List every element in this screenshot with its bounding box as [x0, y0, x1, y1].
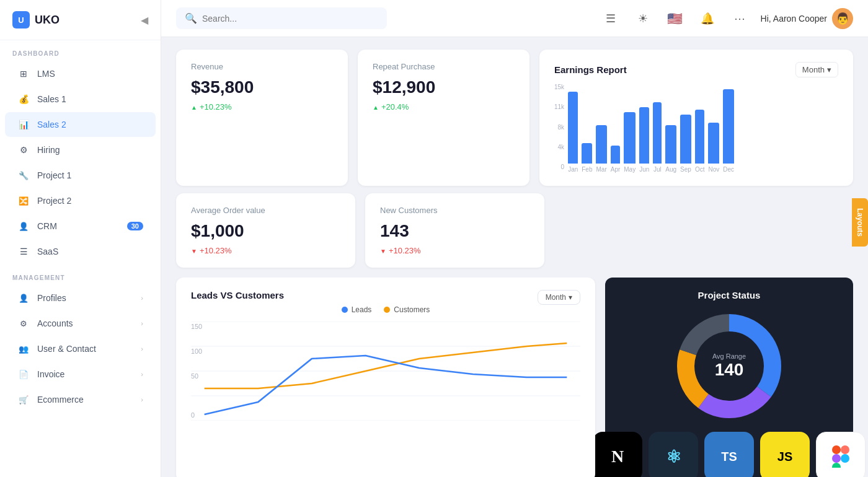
- project2-icon: [17, 195, 30, 207]
- sidebar-item-usercontact[interactable]: User & Contact ›: [5, 336, 156, 361]
- leads-chart-title: Leads VS Customers: [191, 290, 580, 300]
- management-section-label: MANAGEMENT: [0, 265, 161, 285]
- sidebar-item-sales2[interactable]: Sales 2: [5, 112, 156, 137]
- sidebar-item-invoice[interactable]: Invoice ›: [5, 362, 156, 387]
- avg-order-arrow: [191, 246, 197, 255]
- apps-grid-button[interactable]: ⋯: [728, 7, 751, 30]
- search-bar[interactable]: 🔍: [176, 7, 387, 29]
- main-content: 🔍 ☰ ☀ 🇺🇸 🔔 ⋯ Hi, Aaron Cooper 👨 Revenue …: [161, 0, 868, 477]
- sidebar-item-project1[interactable]: Project 1: [5, 163, 156, 188]
- sidebar-item-hiring[interactable]: Hiring: [5, 138, 156, 162]
- sidebar-item-profiles[interactable]: Profiles ›: [5, 286, 156, 310]
- earnings-chart: 15k 11k 8k 4k 0 JanFebMarAprMayJunJulAug…: [554, 84, 838, 173]
- top-section: Revenue $35,800 +10.23% Repeat Purchase …: [161, 37, 868, 186]
- bar-aug: [665, 125, 676, 164]
- bar-jul: [653, 102, 662, 164]
- header: 🔍 ☰ ☀ 🇺🇸 🔔 ⋯ Hi, Aaron Cooper 👨: [161, 0, 868, 37]
- content-area: Revenue $35,800 +10.23% Repeat Purchase …: [161, 37, 868, 477]
- leads-chart-card: Leads VS Customers Month ▾ Leads Custome…: [176, 278, 595, 477]
- y-axis-labels: 15k 11k 8k 4k 0: [554, 84, 564, 170]
- bar-chart: JanFebMarAprMayJunJulAugSepOctNovDec: [568, 86, 734, 173]
- notifications-button[interactable]: 🔔: [696, 7, 719, 30]
- userc-icon: [17, 343, 30, 355]
- bar-col-dec: Dec: [723, 89, 734, 173]
- search-input[interactable]: [202, 14, 378, 24]
- repeat-arrow: [373, 102, 379, 112]
- leads-period-selector[interactable]: Month ▾: [538, 290, 580, 305]
- spacer-earnings: [554, 193, 853, 268]
- layouts-tab[interactable]: Layouts: [852, 198, 868, 247]
- tech-icons-row: N ⚛ TS JS: [593, 432, 866, 477]
- avg-order-change: +10.23%: [191, 246, 340, 255]
- bar-jan: [568, 92, 578, 164]
- logo: U UKO: [12, 11, 60, 28]
- tech-icon-javascript: JS: [760, 432, 810, 477]
- menu-icon-button[interactable]: ☰: [600, 7, 622, 30]
- svg-text:100: 100: [191, 348, 202, 355]
- bar-nov: [708, 123, 719, 164]
- earnings-card: Earnings Report Month ▾ 15k 11k 8k 4k 0 …: [539, 50, 853, 186]
- sidebar-item-lms[interactable]: LMS: [5, 61, 156, 86]
- user-info[interactable]: Hi, Aaron Cooper 👨: [761, 8, 853, 29]
- bar-col-aug: Aug: [665, 125, 676, 173]
- ecom-icon: [17, 393, 30, 406]
- user-name: Hi, Aaron Cooper: [761, 14, 827, 24]
- earnings-header: Earnings Report Month ▾: [554, 62, 838, 77]
- search-icon: 🔍: [185, 12, 197, 24]
- leads-dot: [342, 307, 348, 313]
- sidebar-logo: U UKO ◀: [0, 0, 161, 40]
- sidebar-item-ecommerce[interactable]: Ecommerce ›: [5, 387, 156, 412]
- new-customers-arrow: [380, 246, 386, 255]
- revenue-arrow: [191, 102, 197, 112]
- theme-toggle-button[interactable]: ☀: [632, 7, 654, 30]
- bar-col-feb: Feb: [582, 143, 592, 173]
- dark-right-panel: Project Status: [605, 278, 853, 477]
- language-selector[interactable]: 🇺🇸: [664, 7, 686, 30]
- user-avatar: 👨: [832, 8, 853, 29]
- saas-icon: [17, 245, 30, 258]
- donut-avg-label: Avg Range: [712, 352, 746, 360]
- revenue-label: Revenue: [191, 62, 333, 71]
- revenue-value: $35,800: [191, 77, 333, 97]
- bar-dec: [723, 89, 734, 164]
- sidebar-item-accounts[interactable]: Accounts ›: [5, 311, 156, 336]
- earnings-period-selector[interactable]: Month ▾: [795, 62, 838, 77]
- bar-oct: [695, 110, 705, 164]
- bar-col-jan: Jan: [568, 92, 578, 173]
- bar-mar: [596, 125, 606, 164]
- new-customers-value: 143: [380, 221, 529, 241]
- chevron-down-icon: ▾: [827, 65, 831, 74]
- sidebar-item-sales1[interactable]: Sales 1: [5, 87, 156, 112]
- sidebar-collapse-button[interactable]: ◀: [141, 14, 148, 26]
- donut-center: Avg Range 140: [712, 352, 746, 380]
- svg-text:50: 50: [191, 373, 198, 380]
- sidebar-item-project2[interactable]: Project 2: [5, 188, 156, 213]
- bar-sep: [680, 115, 691, 164]
- stat-card-new-customers: New Customers 143 +10.23%: [365, 193, 544, 268]
- bar-col-jun: Jun: [639, 107, 649, 173]
- line-chart-svg: 150 100 50 0 Sat Sun Mon Tue Wed Thu Fri: [191, 322, 580, 421]
- tech-icon-figma: [816, 432, 866, 477]
- svg-rect-21: [832, 445, 841, 454]
- svg-rect-22: [841, 445, 849, 454]
- sales1-icon: [17, 93, 30, 105]
- donut-chart: Avg Range 140: [673, 310, 785, 422]
- tech-icon-next: N: [593, 432, 642, 477]
- bar-jun: [639, 107, 649, 164]
- legend-leads: Leads: [342, 305, 372, 314]
- sidebar-item-crm[interactable]: CRM 30: [5, 214, 156, 239]
- sidebar-item-saas[interactable]: SaaS: [5, 239, 156, 264]
- header-actions: ☰ ☀ 🇺🇸 🔔 ⋯ Hi, Aaron Cooper 👨: [600, 7, 853, 30]
- stat-card-revenue: Revenue $35,800 +10.23%: [176, 50, 348, 186]
- profiles-icon: [17, 292, 30, 304]
- invoice-chevron: ›: [141, 370, 143, 378]
- sidebar-section-management: MANAGEMENT Profiles › Accounts › User & …: [0, 265, 161, 413]
- lms-icon: [17, 68, 30, 80]
- sales2-icon: [17, 118, 30, 131]
- repeat-change: +20.4%: [373, 102, 515, 112]
- logo-icon: U: [12, 11, 30, 28]
- dashboard-section-label: DASHBOARD: [0, 40, 161, 61]
- tech-icon-react: ⚛: [649, 432, 698, 477]
- bar-feb: [582, 143, 592, 164]
- crm-icon: [17, 220, 30, 232]
